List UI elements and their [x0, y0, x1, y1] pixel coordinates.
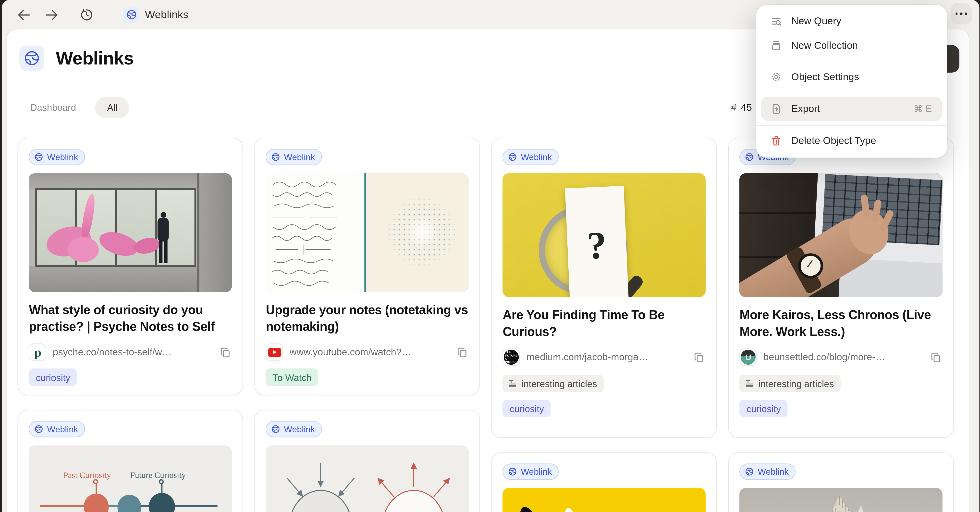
tab-weblinks[interactable]: Weblinks	[123, 6, 189, 23]
type-badge[interactable]: Weblink	[503, 149, 558, 165]
tag-row: curiosity	[503, 400, 706, 417]
menu-item-object-settings[interactable]: Object Settings	[756, 65, 947, 89]
view-tab-dashboard[interactable]: Dashboard	[30, 97, 76, 118]
card-image: EXTRINSIC MOTIVATION INTRINSIC MOTIVATIO…	[266, 445, 469, 512]
future-of-work-logo: THEFUTUREOF WORK	[504, 350, 519, 365]
forward-button[interactable]	[41, 4, 62, 26]
tag-curiosity[interactable]: curiosity	[740, 400, 788, 417]
card-image	[740, 488, 943, 512]
text-object-icon	[508, 379, 517, 388]
math-scribbles	[266, 173, 366, 292]
card-url[interactable]: www.youtube.com/watch?…	[290, 346, 411, 358]
timeline-node	[149, 493, 175, 512]
object-count: 45	[741, 102, 752, 113]
card-title: Are You Finding Time To Be Curious?	[503, 306, 706, 340]
type-badge[interactable]: Weblink	[503, 463, 558, 480]
menu-item-export[interactable]: Export ⌘ E	[761, 97, 942, 121]
weblink-card[interactable]: Weblink What style of curiosity do you p…	[18, 137, 243, 395]
weblink-card[interactable]: Weblink Past Curiosity Future Curiosity	[18, 410, 243, 512]
card-url[interactable]: beunsettled.co/blog/more-…	[764, 352, 885, 363]
badge-label: Weblink	[47, 424, 78, 434]
tab-title: Weblinks	[145, 8, 188, 21]
tag-to-watch[interactable]: To Watch	[266, 368, 318, 386]
type-badge[interactable]: Weblink	[266, 421, 322, 437]
menu-item-delete-object-type[interactable]: Delete Object Type	[756, 129, 947, 153]
type-badge[interactable]: Weblink	[29, 149, 85, 165]
history-button[interactable]	[76, 4, 97, 26]
globe-icon	[508, 153, 517, 161]
arrow-left-icon	[18, 10, 30, 20]
url-row: www.youtube.com/watch?…	[266, 343, 469, 361]
globe-icon	[508, 467, 517, 476]
weblink-card[interactable]: Weblink	[492, 452, 717, 512]
view-tab-all[interactable]: All	[95, 97, 129, 118]
card-image	[266, 173, 469, 292]
paper-boat	[818, 493, 862, 512]
card-title: More Kairos, Less Chronos (Live More. Wo…	[740, 306, 943, 340]
tag-row: curiosity	[740, 400, 943, 417]
card-url[interactable]: medium.com/jacob-morga…	[527, 352, 648, 363]
ellipsis-icon	[956, 13, 967, 15]
object-type-menu: New Query New Collection Object Settings	[756, 5, 947, 158]
relation-row: interesting articles	[503, 375, 706, 392]
copy-icon[interactable]	[694, 352, 705, 365]
globe-icon	[272, 425, 280, 434]
arrow-right-icon	[45, 10, 57, 20]
question-card: ?	[565, 186, 629, 297]
collection-chip[interactable]: interesting articles	[740, 375, 841, 392]
timeline-label-past: Past Curiosity	[64, 470, 111, 480]
relation-row: interesting articles	[740, 375, 943, 392]
weblink-card[interactable]: Weblink	[255, 410, 480, 512]
menu-item-new-collection[interactable]: New Collection	[756, 34, 947, 57]
card-image	[503, 488, 706, 512]
weblink-card[interactable]: Weblink	[729, 452, 954, 512]
tag-row: To Watch	[266, 368, 469, 386]
site-favicon	[266, 343, 283, 361]
screen: Weblinks Weblinks Dashboard All # 45	[0, 0, 980, 512]
menu-divider	[756, 61, 947, 61]
type-badge[interactable]: Weblink	[29, 421, 85, 437]
history-icon	[80, 9, 92, 21]
hash-icon: #	[731, 102, 737, 113]
weblink-card[interactable]: Weblink	[255, 137, 480, 395]
trash-icon	[770, 135, 783, 147]
weblink-card[interactable]: Weblink More Kairos, Less Chronos (Live …	[729, 137, 954, 438]
card-title: Upgrade your notes (notetaking vs notema…	[266, 301, 469, 335]
page-title: Weblinks	[56, 48, 134, 69]
app-window: Weblinks Weblinks Dashboard All # 45	[2, 0, 980, 512]
more-options-button[interactable]	[951, 3, 972, 24]
medium-logo-art	[503, 488, 706, 512]
site-favicon: THEFUTUREOF WORK	[503, 348, 520, 366]
back-button[interactable]	[13, 4, 35, 26]
object-type-icon[interactable]	[20, 46, 45, 71]
card-url[interactable]: psyche.co/notes-to-self/w…	[52, 346, 172, 358]
type-badge[interactable]: Weblink	[740, 463, 795, 480]
menu-item-new-query[interactable]: New Query	[756, 9, 947, 33]
page-header: Weblinks	[20, 46, 134, 71]
youtube-icon	[268, 348, 281, 357]
tag-curiosity[interactable]: curiosity	[29, 368, 77, 386]
weblink-card[interactable]: Weblink ? Are You Finding Time To Be Cur…	[492, 137, 717, 438]
copy-icon[interactable]	[931, 352, 941, 365]
type-badge[interactable]: Weblink	[266, 149, 322, 165]
motivation-diagram: EXTRINSIC MOTIVATION INTRINSIC MOTIVATIO…	[266, 445, 469, 512]
collection-chip[interactable]: interesting articles	[503, 375, 604, 392]
badge-label: Weblink	[284, 424, 315, 434]
query-icon	[770, 16, 783, 27]
tag-row: curiosity	[29, 368, 232, 386]
copy-icon[interactable]	[220, 347, 231, 360]
copy-icon[interactable]	[457, 347, 468, 360]
badge-label: Weblink	[47, 152, 78, 162]
concrete-wall	[197, 173, 232, 292]
url-row: U beunsettled.co/blog/more-…	[740, 348, 943, 366]
url-row: p psyche.co/notes-to-self/w…	[29, 343, 232, 361]
card-image	[740, 173, 943, 297]
tag-curiosity[interactable]: curiosity	[503, 400, 551, 417]
gear-icon	[770, 71, 783, 83]
export-icon	[770, 103, 783, 115]
globe-icon	[35, 425, 43, 434]
timeline-node	[84, 494, 109, 512]
timeline-label-future: Future Curiosity	[130, 470, 186, 480]
globe-icon	[123, 6, 139, 23]
object-counter: # 45	[731, 97, 752, 118]
